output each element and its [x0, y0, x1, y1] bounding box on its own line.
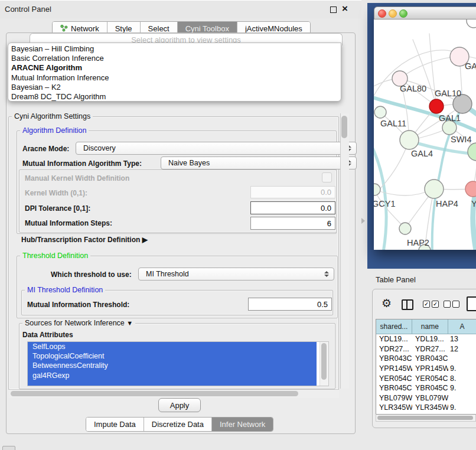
bottom-tab-label: Infer Network: [220, 420, 265, 429]
table-row[interactable]: YPR145WYPR145W9.: [376, 364, 476, 374]
bottom-tab-impute-data[interactable]: Impute Data: [86, 418, 144, 431]
dpi-tolerance-field[interactable]: 0.0: [250, 201, 335, 214]
splitter-collapse-icon[interactable]: [361, 218, 365, 224]
algorithm-option[interactable]: Basic Correlation Inference: [8, 54, 341, 63]
manual-kernel-checkbox[interactable]: [322, 172, 332, 182]
network-node[interactable]: [400, 131, 419, 149]
network-node[interactable]: [399, 223, 411, 234]
tab-label: Network: [71, 24, 99, 33]
select-all-checkbox-icon[interactable]: ✓: [432, 301, 439, 308]
aracne-mode-select[interactable]: Discovery: [76, 142, 357, 155]
mi-threshold-definition-title: MI Threshold Definition: [25, 286, 105, 294]
apply-button[interactable]: Apply: [158, 398, 201, 412]
column-header[interactable]: shared...: [376, 319, 412, 334]
attributes-scrollbar-thumb[interactable]: [321, 343, 327, 380]
float-panel-icon[interactable]: [330, 6, 337, 13]
algorithm-popup-list[interactable]: Bayesian – Hill ClimbingBasic Correlatio…: [8, 43, 341, 102]
table-cell: YER054C: [376, 374, 412, 383]
spinner-arrows-icon: [324, 271, 329, 277]
attribute-item[interactable]: SelfLoops: [28, 342, 317, 351]
table-row[interactable]: YBR045CYBR045C9.: [376, 383, 476, 393]
network-node[interactable]: [467, 19, 476, 28]
algorithm-option[interactable]: Bayesian – K2: [8, 83, 341, 92]
close-panel-icon[interactable]: ×: [342, 2, 348, 16]
mi-threshold-field[interactable]: 0.5: [248, 298, 332, 311]
table-cell: YDR27...: [412, 345, 448, 353]
node-label: GAL11: [380, 119, 406, 128]
tab-label: Select: [148, 24, 169, 33]
aracne-mode-label: Aracne Mode:: [22, 145, 69, 153]
which-threshold-select[interactable]: MI Threshold: [138, 268, 334, 281]
attribute-item[interactable]: TopologicalCoefficient: [28, 351, 317, 361]
tab-label: jActiveMNodules: [245, 24, 302, 33]
network-node[interactable]: [468, 143, 476, 161]
table-cell: 9.: [448, 384, 476, 392]
table-row[interactable]: YER054CYER054C8.: [376, 373, 476, 383]
algorithm-option[interactable]: Bayesian – Hill Climbing: [8, 44, 341, 54]
bottom-tab-discretize-data[interactable]: Discretize Data: [144, 418, 212, 431]
table-panel-title: Table Panel: [376, 275, 416, 284]
network-edge[interactable]: [374, 144, 386, 250]
algorithm-option[interactable]: ARACNE Algorithm: [8, 63, 341, 73]
table-cell: YDL19...: [376, 335, 412, 343]
table-row[interactable]: YBR043CYBR043C: [376, 354, 476, 364]
kernel-width-field[interactable]: 0.0: [250, 186, 335, 198]
settings-vertical-scrollbar[interactable]: [340, 113, 349, 389]
deselect-checkbox-icon[interactable]: [452, 301, 459, 308]
hub-definition-toggle[interactable]: Hub/Transcription Factor Definition ▶: [21, 236, 148, 244]
window-minimize-icon[interactable]: [389, 9, 397, 18]
table-row[interactable]: YBL079WYBL079W: [376, 393, 476, 403]
mi-algorithm-type-label: Mutual Information Algorithm Type:: [22, 159, 142, 168]
node-label: GAL80: [400, 84, 426, 93]
table-cell: YLR345W: [376, 403, 412, 412]
algorithm-option[interactable]: Dream8 DC_TDC Algorithm: [8, 92, 341, 102]
which-threshold-value: MI Threshold: [146, 270, 189, 278]
network-node[interactable]: [429, 99, 444, 113]
attribute-item[interactable]: gal4RGexp: [28, 371, 317, 380]
table-row[interactable]: YDR27...YDR27...12: [376, 344, 476, 354]
window-zoom-icon[interactable]: [399, 9, 407, 18]
deselect-checkbox-icon[interactable]: [444, 301, 451, 308]
table-cell: YBL079W: [412, 394, 448, 402]
table-cell: 9.: [448, 364, 476, 373]
table-horizontal-scrollbar-thumb[interactable]: [377, 416, 473, 420]
algorithm-option[interactable]: Mutual Information Inference: [8, 73, 341, 83]
network-node[interactable]: [425, 180, 444, 198]
mi-algorithm-type-select[interactable]: Naive Bayes: [161, 156, 357, 169]
attributes-scrollbar[interactable]: [319, 342, 328, 386]
network-node[interactable]: [465, 181, 476, 197]
network-node[interactable]: [374, 184, 380, 195]
expand-right-icon: ▶: [142, 236, 148, 244]
node-label: GAL: [465, 61, 476, 71]
bottom-tab-infer-network[interactable]: Infer Network: [212, 418, 273, 431]
column-header[interactable]: A: [448, 319, 476, 334]
table-cell: YPR145W: [412, 364, 448, 373]
mi-steps-field[interactable]: 6: [250, 217, 335, 230]
aracne-mode-value: Discovery: [83, 144, 116, 152]
node-label: HAP2: [407, 238, 429, 247]
window-close-icon[interactable]: [378, 9, 386, 18]
network-canvas[interactable]: GALGAL80GAL10GAL1GAL11GAL4SWI4GCY1HAP4YH…: [374, 19, 476, 250]
cyni-algorithm-settings-title: Cyni Algorithm Settings: [12, 112, 93, 120]
node-table[interactable]: shared...nameAYDL19...YDL19...13YDR27...…: [376, 319, 476, 414]
table-row[interactable]: YDL19...YDL19...13: [376, 334, 476, 344]
table-cell: YPR145W: [376, 364, 412, 373]
table-cell: YBR045C: [376, 384, 412, 392]
settings-vertical-scrollbar-thumb[interactable]: [341, 116, 347, 138]
data-attributes-list[interactable]: SelfLoopsTopologicalCoefficientBetweenne…: [27, 341, 329, 386]
gear-icon[interactable]: ⚙: [382, 297, 392, 310]
table-row[interactable]: YLR345WYLR345W9.: [376, 403, 476, 413]
sources-toggle[interactable]: Sources for Network Inference ▼: [22, 319, 135, 327]
columns-icon[interactable]: [402, 299, 413, 310]
select-all-checkbox-icon[interactable]: ✓: [423, 301, 430, 308]
export-table-icon[interactable]: [467, 296, 476, 311]
network-node[interactable]: [374, 106, 386, 118]
column-header[interactable]: name: [412, 319, 448, 334]
attribute-item[interactable]: [28, 380, 317, 386]
settings-horizontal-scrollbar-thumb[interactable]: [11, 391, 298, 396]
status-corner-button[interactable]: [2, 446, 15, 450]
node-label: GAL4: [411, 149, 433, 158]
table-cell: 12: [448, 345, 476, 353]
attribute-item[interactable]: BetweennessCentrality: [28, 361, 317, 370]
bottom-tab-label: Discretize Data: [152, 420, 204, 429]
